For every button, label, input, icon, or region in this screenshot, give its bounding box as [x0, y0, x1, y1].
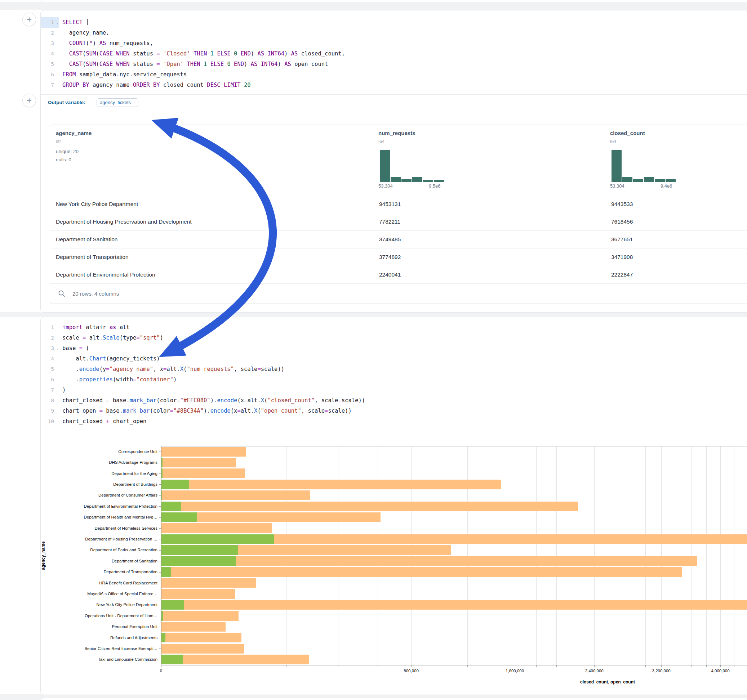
- table-cell: 3749485: [379, 231, 401, 248]
- code-text: .encode(y="agency_name", x=alt.X("num_re…: [62, 364, 284, 374]
- code-text: COUNT(*) AS num_requests,: [62, 38, 153, 48]
- sql-cell[interactable]: 1⌄SELECT 2 agency_name,3 COUNT(*) AS num…: [40, 10, 747, 312]
- code-line[interactable]: 6FROM sample_data.nyc.service_requests: [41, 69, 747, 80]
- table-cell: 3471908: [611, 248, 633, 266]
- column-header-agency_name: agency_name: [56, 130, 92, 136]
- line-number-gutter: 6: [41, 69, 59, 80]
- code-line[interactable]: 4 alt.Chart(agency_tickets): [41, 354, 747, 364]
- line-number-gutter: 4: [41, 48, 59, 59]
- bar-closed-count: [161, 633, 242, 643]
- chart-gridline: [467, 446, 468, 665]
- chart-x-tick-label: 800,000: [390, 669, 433, 673]
- bar-closed-count: [161, 447, 246, 457]
- code-line[interactable]: 7): [41, 385, 747, 395]
- code-line[interactable]: 6 .properties(width="container"): [41, 374, 747, 385]
- chart-plot-top-border: [161, 446, 747, 447]
- table-row[interactable]: New York City Police Department945313194…: [50, 195, 747, 213]
- column-header-num_requests: num_requests: [378, 130, 416, 136]
- code-line[interactable]: 5 CAST(SUM(CASE WHEN status = 'Open' THE…: [41, 59, 747, 69]
- bar-closed-count: [161, 600, 747, 609]
- search-icon[interactable]: [58, 290, 65, 299]
- code-text: GROUP BY agency_name ORDER BY closed_cou…: [62, 80, 251, 91]
- code-line[interactable]: 4 CAST(SUM(CASE WHEN status = 'Closed' T…: [41, 48, 747, 59]
- cell-section-divider: [41, 94, 747, 95]
- chart-x-tick-label: 4,000,000: [699, 669, 742, 673]
- table-row[interactable]: Department of Sanitation37494853677651: [50, 231, 747, 249]
- code-text: .properties(width="container"): [62, 374, 177, 385]
- bar-closed-count: [161, 523, 272, 533]
- line-number-gutter: 5: [41, 59, 59, 69]
- chart-gridline: [286, 446, 286, 665]
- table-row[interactable]: Department of Housing Preservation and D…: [50, 213, 747, 231]
- chart-gridline: [411, 446, 411, 665]
- column-stat: nulls: 0: [56, 157, 71, 162]
- column-type: i64: [378, 139, 384, 144]
- line-number-gutter: 5: [41, 364, 59, 374]
- column-type: str: [56, 139, 61, 144]
- code-text: alt.Chart(agency_tickets): [62, 354, 160, 364]
- code-line[interactable]: 5 .encode(y="agency_name", x=alt.X("num_…: [41, 364, 747, 374]
- chart-gridline: [594, 446, 594, 665]
- bar-open-count: [161, 633, 165, 643]
- line-number-gutter: 3: [41, 38, 59, 48]
- code-line[interactable]: 3⌄base = (: [41, 343, 747, 354]
- bar-chart: agency_name closed_count, open_count 080…: [161, 446, 747, 665]
- chart-y-tick-label: Senior Citizen Rent Increase Exempti…: [46, 646, 157, 652]
- table-cell: 9443533: [611, 195, 633, 213]
- code-line[interactable]: 2scale = alt.Scale(type="sqrt"): [41, 333, 747, 343]
- bar-closed-count: [161, 458, 236, 468]
- chart-gridline: [492, 446, 492, 665]
- code-line[interactable]: 1⌄SELECT: [41, 17, 747, 28]
- add-cell-button-top[interactable]: +: [22, 13, 36, 26]
- bar-open-count: [161, 512, 197, 522]
- chart-y-tick-label: Taxi and Limousine Commission: [46, 657, 157, 662]
- chart-x-axis-line: [161, 665, 747, 665]
- code-line[interactable]: 10chart_closed + chart_open: [41, 416, 747, 427]
- chart-y-tick-label: DHS Advantage Programs: [46, 460, 157, 465]
- chart-y-tick-label: Department of Housing Preservation …: [46, 537, 157, 542]
- code-line[interactable]: 1import altair as alt: [41, 322, 747, 333]
- code-fold-icon[interactable]: ⌄: [57, 343, 59, 353]
- code-text: ): [62, 385, 66, 395]
- chart-gridline: [734, 446, 734, 665]
- chart-gridline: [677, 446, 677, 665]
- table-cell: 2222847: [611, 266, 633, 284]
- cell-gap-middle: [0, 312, 747, 317]
- bar-open-count: [161, 600, 184, 609]
- code-line[interactable]: 8chart_closed = base.mark_bar(color="#FF…: [41, 395, 747, 406]
- column-histogram: [611, 150, 676, 182]
- chart-gridline: [646, 446, 646, 665]
- column-header-closed_count: closed_count: [610, 130, 645, 136]
- code-text: base = (: [62, 343, 89, 354]
- table-cell: 9453131: [379, 195, 401, 213]
- table-row[interactable]: Department of Environmental Protection22…: [50, 266, 747, 284]
- dataframe-preview[interactable]: agency_namestrunique: 20nulls: 0num_requ…: [50, 125, 747, 304]
- code-line[interactable]: 3 COUNT(*) AS num_requests,: [41, 38, 747, 48]
- bar-open-count: [161, 534, 274, 544]
- code-text: scale = alt.Scale(type="sqrt"): [62, 333, 163, 343]
- code-line[interactable]: 2 agency_name,: [41, 28, 747, 38]
- chart-y-tick-label: Department of Environmental Protection: [46, 504, 157, 509]
- bar-closed-count: [161, 556, 697, 566]
- add-cell-button-output[interactable]: +: [22, 94, 36, 107]
- table-cell: 7782211: [379, 213, 400, 231]
- code-fold-icon[interactable]: ⌄: [57, 17, 59, 27]
- table-cell: New York City Police Department: [56, 195, 138, 213]
- table-row[interactable]: Department of Transportation377489234719…: [50, 248, 747, 266]
- code-line[interactable]: 9chart_open = base.mark_bar(color="#8BC3…: [41, 406, 747, 416]
- chart-gridline: [556, 446, 557, 665]
- chart-gridline: [629, 446, 629, 665]
- code-line[interactable]: 7GROUP BY agency_name ORDER BY closed_co…: [41, 80, 747, 91]
- sql-code-editor[interactable]: 1⌄SELECT 2 agency_name,3 COUNT(*) AS num…: [41, 17, 747, 91]
- line-number-gutter: 2: [41, 28, 59, 38]
- bar-closed-count: [161, 502, 578, 511]
- python-code-editor[interactable]: 1import altair as alt2scale = alt.Scale(…: [41, 322, 747, 427]
- python-cell[interactable]: 1import altair as alt2scale = alt.Scale(…: [40, 317, 747, 695]
- line-number-gutter: 7: [41, 385, 59, 395]
- output-variable-pill[interactable]: agency_tickets: [97, 98, 138, 107]
- bar-closed-count: [161, 644, 244, 653]
- chart-y-tick-label: Department of Transportation: [46, 569, 157, 575]
- output-variable-label: Output variable:: [48, 100, 85, 105]
- column-type: i64: [610, 139, 616, 144]
- chart-gridline: [612, 446, 612, 665]
